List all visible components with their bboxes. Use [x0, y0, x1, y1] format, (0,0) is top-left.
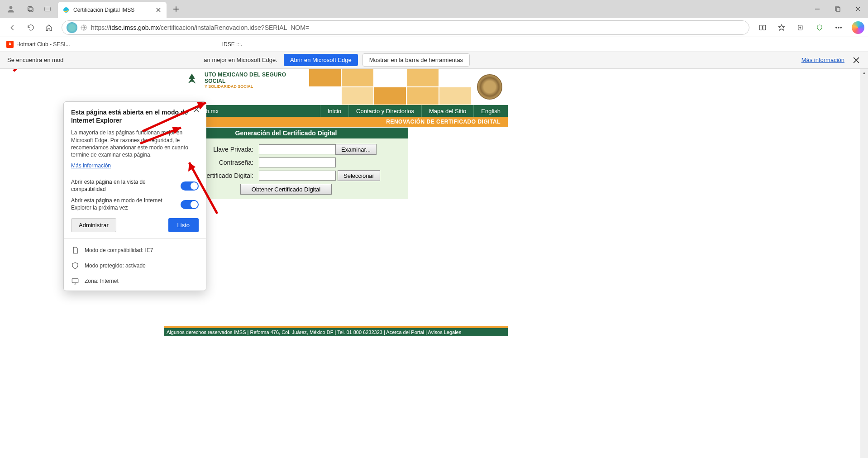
minimize-button[interactable]: [807, 0, 827, 18]
svg-rect-3: [45, 7, 50, 11]
ie-bar-text-left: Se encuentra en mod: [7, 57, 63, 63]
ie-mode-bar: Se encuentra en mod an mejor en Microsof…: [0, 52, 868, 69]
header-grid: [309, 69, 472, 105]
back-button[interactable]: [5, 19, 21, 36]
site-nav: www.imss.gob.mx Inicio Contacto y Direct…: [164, 105, 508, 117]
tab-close-button[interactable]: [155, 6, 162, 14]
manage-button[interactable]: Administrar: [71, 218, 116, 232]
address-bar[interactable]: https://idse.imss.gob.mx/certificacion/i…: [62, 20, 749, 35]
settings-menu-icon[interactable]: [830, 19, 847, 36]
imss-eagle-icon: [182, 72, 202, 91]
copilot-icon[interactable]: [852, 21, 864, 34]
browser-titlebar: Certificación Digital IMSS: [0, 0, 868, 18]
seal-icon: [477, 74, 502, 100]
svg-rect-8: [759, 25, 762, 30]
toggle-compat-view-label: Abrir esta página en la vista de compati…: [71, 179, 181, 193]
svg-marker-17: [172, 127, 181, 134]
popup-more-info-link[interactable]: Más información: [71, 162, 111, 169]
footer-legal-link[interactable]: Avisos Legales: [428, 329, 461, 335]
close-window-button[interactable]: [848, 0, 868, 18]
footer-text: Algunos derechos reservados IMSS | Refor…: [167, 329, 386, 335]
annotation-arrow-4: [181, 157, 226, 218]
ie-favicon-icon: [62, 6, 70, 14]
page-footer: Algunos derechos reservados IMSS | Refor…: [164, 326, 508, 336]
svg-point-13: [840, 27, 841, 28]
shield-icon: [71, 262, 79, 270]
page-viewport: UTO MEXICANO DEL SEGURO SOCIAL Y SOLIDAR…: [0, 69, 868, 458]
svg-point-11: [836, 27, 837, 28]
certificate-input[interactable]: [259, 171, 336, 181]
site-info-icon[interactable]: [80, 24, 87, 31]
password-input[interactable]: [259, 157, 336, 167]
svg-point-0: [10, 6, 13, 9]
private-key-input[interactable]: [259, 144, 336, 154]
new-tab-button[interactable]: [169, 2, 183, 16]
refresh-button[interactable]: [23, 19, 39, 36]
ie-bar-more-info-link[interactable]: Más información: [801, 57, 844, 63]
browser-tab[interactable]: Certificación Digital IMSS: [58, 2, 167, 18]
nav-inicio[interactable]: Inicio: [320, 105, 348, 117]
favorite-idse[interactable]: IDSE :::.: [222, 41, 243, 48]
zone-text: Zona: Internet: [85, 278, 119, 284]
band-title: RENOVACIÓN DE CERTIFICADO DIGITAL: [386, 119, 501, 125]
svg-rect-9: [763, 25, 766, 30]
svg-rect-6: [836, 8, 840, 11]
annotation-arrow-1: [9, 69, 81, 75]
protected-mode-row: Modo protegido: activado: [71, 258, 199, 273]
imss-logo-block: UTO MEXICANO DEL SEGURO SOCIAL Y SOLIDAR…: [164, 69, 309, 105]
protected-mode-text: Modo protegido: activado: [85, 262, 146, 269]
ie-mode-badge-icon[interactable]: [67, 22, 77, 33]
show-in-toolbar-button[interactable]: Mostrar en la barra de herramientas: [362, 53, 470, 67]
favorites-icon[interactable]: [773, 19, 790, 36]
svg-rect-2: [29, 8, 33, 12]
favorites-bar: Hotmart Club - SESI... IDSE :::.: [0, 37, 868, 52]
compat-mode-row: Modo de compatibilidad: IE7: [71, 243, 199, 258]
window-controls: [807, 0, 868, 18]
done-button[interactable]: Listo: [168, 218, 199, 232]
monitor-icon: [71, 277, 79, 285]
url-text: https://idse.imss.gob.mx/certificacion/i…: [91, 24, 309, 31]
zone-row: Zona: Internet: [71, 273, 199, 286]
nav-contacto[interactable]: Contacto y Directorios: [348, 105, 421, 117]
get-certificate-button[interactable]: Obtener Certificado Digital: [240, 184, 332, 195]
open-in-edge-button[interactable]: Abrir en Microsoft Edge: [284, 54, 358, 66]
workspaces-icon[interactable]: [23, 1, 38, 17]
section-band: RENOVACIÓN DE CERTIFICADO DIGITAL: [164, 117, 508, 127]
svg-rect-14: [72, 278, 78, 282]
profile-button[interactable]: [4, 2, 18, 16]
page-header: UTO MEXICANO DEL SEGURO SOCIAL Y SOLIDAR…: [164, 69, 508, 105]
maximize-button[interactable]: [827, 0, 848, 18]
vertical-scrollbar[interactable]: ▲: [860, 69, 868, 458]
nav-mapa[interactable]: Mapa del Sitio: [421, 105, 473, 117]
tab-title: Certificación Digital IMSS: [73, 7, 151, 13]
browse-button[interactable]: Examinar...: [335, 144, 377, 155]
favorite-hotmart[interactable]: Hotmart Club - SESI...: [6, 41, 70, 48]
document-icon: [71, 246, 79, 254]
svg-rect-1: [28, 7, 32, 11]
browser-essentials-icon[interactable]: [811, 19, 828, 36]
browser-toolbar: https://idse.imss.gob.mx/certificacion/i…: [0, 18, 868, 37]
svg-point-12: [838, 27, 839, 28]
split-screen-icon[interactable]: [754, 19, 771, 36]
collections-icon[interactable]: [792, 19, 809, 36]
favorite-label: IDSE :::.: [222, 41, 243, 48]
ie-bar-text-right: an mejor en Microsoft Edge.: [204, 57, 277, 63]
toggle-ie-next-time-label: Abrir esta página en modo de Internet Ex…: [71, 197, 181, 211]
home-button[interactable]: [41, 19, 57, 36]
favorite-label: Hotmart Club - SESI...: [16, 41, 70, 48]
annotation-arrow-3: [136, 123, 190, 148]
footer-about-link[interactable]: Acerca del Portal: [386, 329, 424, 335]
national-seal: [472, 69, 508, 105]
hotmart-icon: [6, 41, 14, 48]
scroll-up-icon[interactable]: ▲: [860, 69, 868, 76]
tab-actions-icon[interactable]: [40, 1, 55, 17]
ie-bar-close-button[interactable]: [852, 56, 861, 65]
nav-english[interactable]: English: [473, 105, 508, 117]
compat-mode-text: Modo de compatibilidad: IE7: [85, 247, 153, 253]
select-button[interactable]: Seleccionar: [338, 170, 380, 181]
